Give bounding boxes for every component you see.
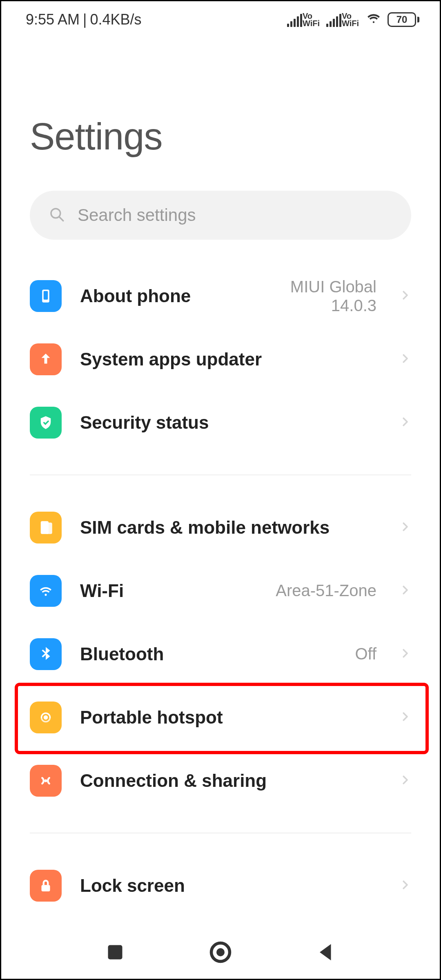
chevron-right-icon xyxy=(399,289,411,303)
svg-rect-2 xyxy=(108,945,122,960)
nav-back-button[interactable] xyxy=(314,940,338,964)
status-speed: 0.4KB/s xyxy=(90,11,141,28)
search-placeholder: Search settings xyxy=(78,205,196,225)
chevron-right-icon xyxy=(399,879,411,893)
status-right: Vo WiFi Vo WiFi 70 xyxy=(287,9,419,29)
item-title: System apps updater xyxy=(80,349,381,370)
item-title: Portable hotspot xyxy=(80,707,381,728)
bluetooth-icon xyxy=(30,638,62,670)
item-text: Portable hotspot xyxy=(80,707,381,728)
item-text: Connection & sharing xyxy=(80,771,381,791)
search-input[interactable]: Search settings xyxy=(30,191,411,240)
search-icon xyxy=(48,206,65,225)
settings-item-sim-cards-mobile-networks[interactable]: SIM cards & mobile networks xyxy=(30,496,411,559)
signal-sim2: Vo WiFi xyxy=(326,12,359,27)
chevron-right-icon xyxy=(399,647,411,661)
svg-point-4 xyxy=(216,948,225,956)
status-bar: 9:55 AM | 0.4KB/s Vo WiFi Vo WiFi 70 xyxy=(1,1,440,33)
item-text: Bluetooth xyxy=(80,644,336,664)
nav-home-button[interactable] xyxy=(208,940,233,964)
connection-icon xyxy=(30,765,62,797)
settings-item-security-status[interactable]: Security status xyxy=(30,391,411,454)
item-value: Off xyxy=(355,645,376,663)
status-sep: | xyxy=(83,11,87,28)
chevron-right-icon xyxy=(399,416,411,430)
vowifi-label-1: Vo WiFi xyxy=(303,12,320,27)
chevron-right-icon xyxy=(399,352,411,366)
battery-level: 70 xyxy=(396,14,408,25)
settings-item-wi-fi[interactable]: Wi-FiArea-51-Zone xyxy=(30,559,411,622)
signal-sim1: Vo WiFi xyxy=(287,12,320,27)
vowifi-label-2: Vo WiFi xyxy=(342,12,359,27)
hotspot-icon xyxy=(30,702,62,733)
lock-icon xyxy=(30,870,62,902)
update-icon xyxy=(30,343,62,375)
item-text: Lock screen xyxy=(80,875,381,896)
settings-item-lock-screen[interactable]: Lock screen xyxy=(30,854,411,917)
item-value: Area-51-Zone xyxy=(276,581,376,600)
status-left: 9:55 AM | 0.4KB/s xyxy=(26,11,142,28)
item-text: Security status xyxy=(80,412,381,433)
settings-item-connection-sharing[interactable]: Connection & sharing xyxy=(30,749,411,812)
navigation-bar xyxy=(1,926,440,979)
item-title: About phone xyxy=(80,286,272,306)
status-time: 9:55 AM xyxy=(26,11,80,28)
item-text: SIM cards & mobile networks xyxy=(80,517,381,538)
chevron-right-icon xyxy=(399,521,411,535)
item-title: Security status xyxy=(80,412,381,433)
settings-list: About phoneMIUI Global 14.0.3System apps… xyxy=(1,264,440,917)
item-title: Lock screen xyxy=(80,875,381,896)
sim-icon xyxy=(30,512,62,543)
item-text: About phone xyxy=(80,286,272,306)
divider xyxy=(30,833,411,833)
signal-bars-icon xyxy=(287,14,302,27)
page-title: Settings xyxy=(1,33,440,191)
svg-line-1 xyxy=(60,217,63,221)
item-text: System apps updater xyxy=(80,349,381,370)
item-value: MIUI Global 14.0.3 xyxy=(290,277,376,315)
settings-item-about-phone[interactable]: About phoneMIUI Global 14.0.3 xyxy=(30,264,411,327)
wifi-icon xyxy=(30,575,62,607)
item-title: Connection & sharing xyxy=(80,771,381,791)
settings-item-system-apps-updater[interactable]: System apps updater xyxy=(30,327,411,391)
settings-item-portable-hotspot[interactable]: Portable hotspot xyxy=(30,686,411,749)
battery-indicator: 70 xyxy=(388,12,419,27)
chevron-right-icon xyxy=(399,584,411,598)
shield-icon xyxy=(30,407,62,439)
divider xyxy=(30,474,411,475)
phone-icon xyxy=(30,280,62,312)
wifi-status-icon xyxy=(365,9,382,29)
nav-recents-button[interactable] xyxy=(103,940,127,964)
chevron-right-icon xyxy=(399,710,411,724)
signal-bars-icon xyxy=(326,14,341,27)
item-title: SIM cards & mobile networks xyxy=(80,517,381,538)
item-title: Bluetooth xyxy=(80,644,336,664)
chevron-right-icon xyxy=(399,774,411,788)
svg-point-0 xyxy=(51,209,60,218)
settings-item-bluetooth[interactable]: BluetoothOff xyxy=(30,622,411,686)
item-title: Wi-Fi xyxy=(80,581,257,601)
item-text: Wi-Fi xyxy=(80,581,257,601)
